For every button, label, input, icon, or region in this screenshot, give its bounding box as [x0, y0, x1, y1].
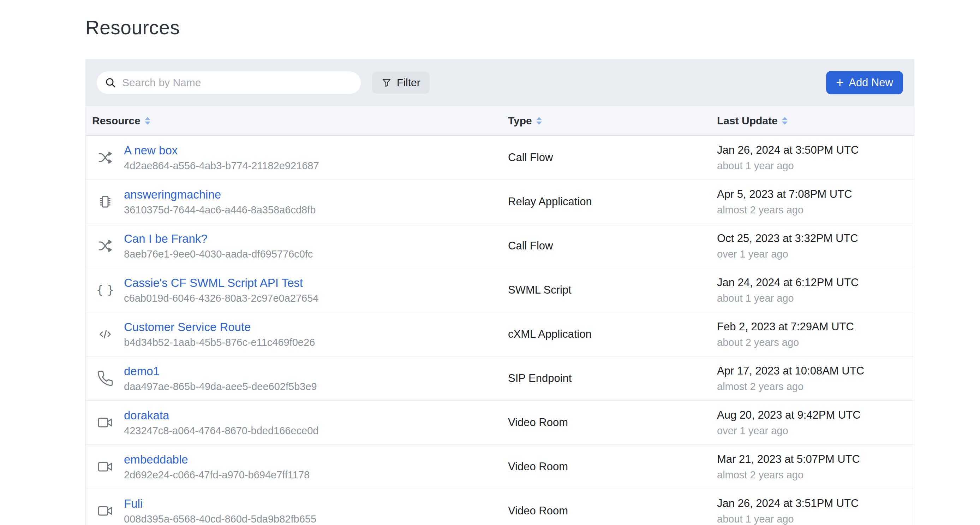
- last-update-date: Mar 21, 2023 at 5:07PM UTC: [717, 453, 914, 466]
- resource-cell: A new box 4d2ae864-a556-4ab3-b774-21182e…: [86, 144, 508, 172]
- video-camera-icon: [96, 458, 114, 476]
- resource-type: Call Flow: [508, 151, 717, 164]
- resource-id: c6ab019d-6046-4326-80a3-2c97e0a27654: [124, 292, 318, 304]
- table-row: embeddable 2d692e24-c066-47fd-a970-b694e…: [86, 445, 914, 489]
- code-icon: [96, 326, 114, 343]
- last-update-relative: over 1 year ago: [717, 248, 914, 260]
- sort-icon[interactable]: [145, 117, 150, 125]
- resource-cell: answeringmachine 3610375d-7644-4ac6-a446…: [86, 188, 508, 216]
- add-new-button[interactable]: + Add New: [826, 71, 903, 94]
- resource-id: 3610375d-7644-4ac6-a446-8a358a6cd8fb: [124, 204, 316, 216]
- last-update-cell: Feb 2, 2023 at 7:29AM UTC about 2 years …: [717, 321, 914, 348]
- column-header-type-label: Type: [508, 115, 532, 127]
- resource-type: Call Flow: [508, 239, 717, 252]
- last-update-date: Apr 5, 2023 at 7:08PM UTC: [717, 188, 914, 201]
- column-header-last-update[interactable]: Last Update: [717, 115, 914, 127]
- resource-cell: Customer Service Route b4d34b52-1aab-45b…: [86, 321, 508, 348]
- table-row: Can I be Frank? 8aeb76e1-9ee0-4030-aada-…: [86, 224, 914, 268]
- last-update-relative: over 1 year ago: [717, 425, 914, 437]
- resource-name-link[interactable]: demo1: [124, 365, 317, 378]
- resource-name-link[interactable]: Customer Service Route: [124, 321, 315, 334]
- resource-id: 008d395a-6568-40cd-860d-5da9b82fb655: [124, 513, 316, 525]
- last-update-cell: Apr 5, 2023 at 7:08PM UTC almost 2 years…: [717, 188, 914, 216]
- resource-cell: { } Cassie's CF SWML Script API Test c6a…: [86, 276, 508, 304]
- resource-name-link[interactable]: Can I be Frank?: [124, 232, 313, 246]
- resource-id: 8aeb76e1-9ee0-4030-aada-df695776c0fc: [124, 248, 313, 260]
- resources-table: Resource Type Last Update A new box 4d2a…: [86, 106, 914, 525]
- plus-icon: +: [836, 76, 844, 89]
- resource-name-link[interactable]: Cassie's CF SWML Script API Test: [124, 276, 318, 290]
- resource-type: cXML Application: [508, 328, 717, 341]
- page-title: Resources: [86, 16, 180, 39]
- braces-icon: { }: [96, 281, 114, 299]
- last-update-date: Aug 20, 2023 at 9:42PM UTC: [717, 409, 914, 421]
- filter-funnel-icon: [381, 77, 392, 88]
- last-update-cell: Apr 17, 2023 at 10:08AM UTC almost 2 yea…: [717, 365, 914, 393]
- table-row: Customer Service Route b4d34b52-1aab-45b…: [86, 312, 914, 356]
- resource-id: 4d2ae864-a556-4ab3-b774-21182e921687: [124, 160, 319, 172]
- shuffle-icon: [96, 149, 114, 166]
- resource-cell: embeddable 2d692e24-c066-47fd-a970-b694e…: [86, 453, 508, 481]
- svg-text:{ }: { }: [97, 283, 114, 297]
- table-row: dorakata 423247c8-a064-4764-8670-bded166…: [86, 401, 914, 445]
- table-row: { } Cassie's CF SWML Script API Test c6a…: [86, 268, 914, 312]
- shuffle-icon: [96, 237, 114, 255]
- search-input[interactable]: [122, 77, 353, 89]
- last-update-relative: almost 2 years ago: [717, 381, 914, 393]
- column-header-type[interactable]: Type: [508, 115, 717, 127]
- resource-id: daa497ae-865b-49da-aee5-dee602f5b3e9: [124, 381, 317, 393]
- filter-button-label: Filter: [397, 77, 420, 89]
- add-new-button-label: Add New: [849, 76, 893, 89]
- last-update-relative: about 1 year ago: [717, 160, 914, 172]
- column-header-last-update-label: Last Update: [717, 115, 778, 127]
- last-update-relative: about 1 year ago: [717, 513, 914, 525]
- video-camera-icon: [96, 414, 114, 431]
- last-update-date: Feb 2, 2023 at 7:29AM UTC: [717, 321, 914, 333]
- table-body: A new box 4d2ae864-a556-4ab3-b774-21182e…: [86, 136, 914, 525]
- resource-cell: demo1 daa497ae-865b-49da-aee5-dee602f5b3…: [86, 365, 508, 393]
- filter-button[interactable]: Filter: [372, 72, 430, 94]
- column-header-resource[interactable]: Resource: [86, 115, 508, 127]
- search-icon: [105, 77, 116, 89]
- table-header-row: Resource Type Last Update: [86, 106, 914, 136]
- last-update-relative: almost 2 years ago: [717, 204, 914, 216]
- last-update-date: Jan 24, 2024 at 6:12PM UTC: [717, 276, 914, 289]
- resource-type: Video Room: [508, 460, 717, 473]
- resource-cell: Fuli 008d395a-6568-40cd-860d-5da9b82fb65…: [86, 497, 508, 525]
- chip-icon: [96, 193, 114, 211]
- resource-id: 423247c8-a064-4764-8670-bded166ece0d: [124, 425, 318, 437]
- toolbar: Filter + Add New: [86, 59, 914, 106]
- search-box[interactable]: [97, 71, 361, 94]
- resources-panel: Filter + Add New Resource Type Last Upda…: [86, 59, 914, 525]
- last-update-cell: Mar 21, 2023 at 5:07PM UTC almost 2 year…: [717, 453, 914, 481]
- column-header-resource-label: Resource: [92, 115, 140, 127]
- resource-type: SWML Script: [508, 284, 717, 297]
- resource-name-link[interactable]: embeddable: [124, 453, 310, 466]
- last-update-date: Jan 26, 2024 at 3:50PM UTC: [717, 144, 914, 156]
- last-update-date: Apr 17, 2023 at 10:08AM UTC: [717, 365, 914, 377]
- resource-id: 2d692e24-c066-47fd-a970-b694e7ff1178: [124, 469, 310, 481]
- resource-type: Video Room: [508, 416, 717, 429]
- resource-type: Video Room: [508, 504, 717, 517]
- resource-name-link[interactable]: dorakata: [124, 409, 318, 422]
- last-update-relative: about 1 year ago: [717, 292, 914, 304]
- last-update-cell: Aug 20, 2023 at 9:42PM UTC over 1 year a…: [717, 409, 914, 437]
- table-row: A new box 4d2ae864-a556-4ab3-b774-21182e…: [86, 136, 914, 180]
- table-row: answeringmachine 3610375d-7644-4ac6-a446…: [86, 180, 914, 224]
- phone-icon: [96, 370, 114, 387]
- resource-type: Relay Application: [508, 195, 717, 208]
- resource-name-link[interactable]: Fuli: [124, 497, 316, 511]
- resource-type: SIP Endpoint: [508, 372, 717, 385]
- resource-id: b4d34b52-1aab-45b5-876c-e11c469f0e26: [124, 337, 315, 348]
- last-update-cell: Jan 26, 2024 at 3:50PM UTC about 1 year …: [717, 144, 914, 172]
- last-update-relative: about 2 years ago: [717, 337, 914, 348]
- resource-name-link[interactable]: A new box: [124, 144, 319, 157]
- resource-name-link[interactable]: answeringmachine: [124, 188, 316, 201]
- last-update-date: Jan 26, 2024 at 3:51PM UTC: [717, 497, 914, 510]
- last-update-date: Oct 25, 2023 at 3:32PM UTC: [717, 232, 914, 245]
- sort-icon[interactable]: [782, 117, 788, 125]
- table-row: demo1 daa497ae-865b-49da-aee5-dee602f5b3…: [86, 356, 914, 401]
- sort-icon[interactable]: [536, 117, 542, 125]
- last-update-cell: Jan 26, 2024 at 3:51PM UTC about 1 year …: [717, 497, 914, 525]
- video-camera-icon: [96, 502, 114, 520]
